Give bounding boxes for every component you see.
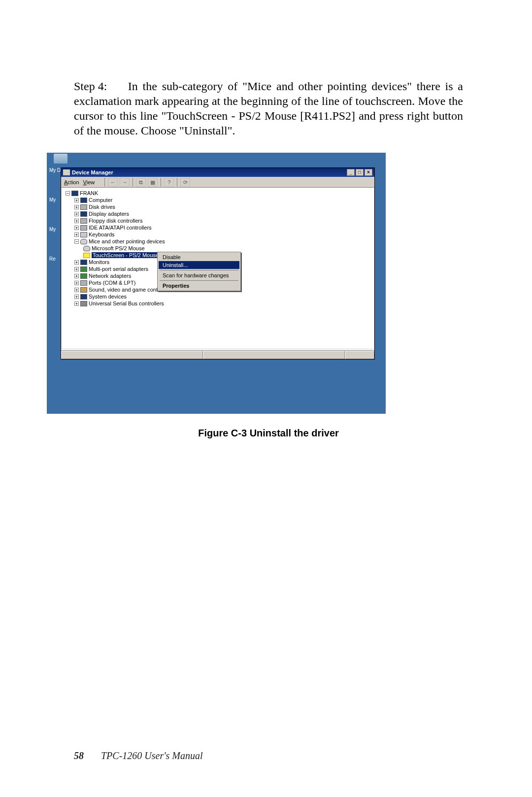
tree-label: Disk drives xyxy=(89,204,115,210)
expand-toggle[interactable]: + xyxy=(74,301,79,306)
serial-icon xyxy=(80,266,87,272)
step-paragraph: Step 4: In the sub-category of "Mice and… xyxy=(74,79,463,138)
context-separator xyxy=(160,280,238,281)
tree-child[interactable]: Microsoft PS/2 Mouse xyxy=(66,245,371,252)
screenshot: My D My My Re Device Manager _ □ × Actio… xyxy=(47,153,386,414)
tree-label: Floppy disk controllers xyxy=(89,218,142,224)
tree-node[interactable]: +Keyboards xyxy=(66,231,371,238)
footer-title: TPC-1260 User's Manual xyxy=(101,750,203,761)
close-button[interactable]: × xyxy=(365,169,372,176)
page-footer: 58 TPC-1260 User's Manual xyxy=(74,750,203,762)
tree-node[interactable]: +Universal Serial Bus controllers xyxy=(66,300,371,307)
device-manager-window: Device Manager _ □ × Action View ← → ⧉ ▦… xyxy=(61,167,375,360)
menu-view[interactable]: View xyxy=(83,179,95,185)
system-icon xyxy=(80,294,87,299)
figure-caption: Figure C-3 Uninstall the driver xyxy=(74,428,463,439)
titlebar[interactable]: Device Manager _ □ × xyxy=(61,168,374,177)
tree-label: Universal Serial Bus controllers xyxy=(89,300,164,306)
tree-label: Keyboards xyxy=(89,232,115,237)
tree-label: Ports (COM & LPT) xyxy=(89,280,135,286)
status-cell xyxy=(203,351,345,359)
context-item-scan[interactable]: Scan for hardware changes xyxy=(159,271,239,279)
grid-button[interactable]: ▦ xyxy=(148,178,158,187)
computer-icon xyxy=(71,191,78,196)
minimize-button[interactable]: _ xyxy=(347,169,355,176)
context-item-disable[interactable]: Disable xyxy=(159,253,239,261)
tree-label: Network adapters xyxy=(89,273,131,279)
status-cell xyxy=(61,351,203,359)
window-title: Device Manager xyxy=(72,169,113,175)
keyboard-icon xyxy=(80,232,87,237)
step-label: Step 4: xyxy=(74,79,123,94)
context-separator xyxy=(160,270,238,270)
display-icon xyxy=(80,211,87,217)
ports-icon xyxy=(80,280,87,286)
tree-node[interactable]: +Floppy disk controllers xyxy=(66,217,371,224)
computer-icon xyxy=(80,198,87,203)
context-item-uninstall[interactable]: Uninstall... xyxy=(159,261,239,269)
menubar: Action View ← → ⧉ ▦ ? ⟳ xyxy=(61,177,374,188)
menu-action[interactable]: Action xyxy=(64,179,79,185)
back-button[interactable]: ← xyxy=(108,178,118,187)
tree-node[interactable]: +Computer xyxy=(66,197,371,203)
tree-node[interactable]: +Disk drives xyxy=(66,203,371,210)
expand-toggle[interactable]: + xyxy=(74,281,79,285)
network-icon xyxy=(80,273,87,279)
tree-label: Monitors xyxy=(89,259,109,265)
expand-toggle[interactable]: + xyxy=(74,288,79,292)
tree-root-label: FRANK xyxy=(80,190,98,196)
tree-root[interactable]: − FRANK xyxy=(66,190,371,197)
tree-label: IDE ATA/ATAPI controllers xyxy=(89,225,152,231)
statusbar xyxy=(61,350,374,359)
desktop-system-icon xyxy=(54,154,67,164)
refresh-button[interactable]: ⟳ xyxy=(180,178,190,187)
collapse-toggle[interactable]: − xyxy=(74,239,79,244)
tree-node-mice[interactable]: −Mice and other pointing devices xyxy=(66,238,371,245)
tree-node[interactable]: +IDE ATA/ATAPI controllers xyxy=(66,224,371,231)
tree-label: Display adapters xyxy=(89,211,129,217)
tree-node[interactable]: +System devices xyxy=(66,293,371,300)
tree-node[interactable]: +Display adapters xyxy=(66,210,371,217)
expand-toggle[interactable]: + xyxy=(74,295,79,299)
floppy-icon xyxy=(80,218,87,224)
monitor-icon xyxy=(80,260,87,265)
maximize-button[interactable]: □ xyxy=(356,169,364,176)
tree-label: Mice and other pointing devices xyxy=(89,238,165,244)
status-cell xyxy=(345,351,374,359)
expand-toggle[interactable]: + xyxy=(74,212,79,216)
forward-button[interactable]: → xyxy=(120,178,130,187)
expand-toggle[interactable]: + xyxy=(74,274,79,278)
expand-toggle[interactable]: + xyxy=(74,219,79,223)
mouse-icon xyxy=(80,239,87,244)
usb-icon xyxy=(80,301,87,306)
toolbar: ← → ⧉ ▦ ? ⟳ xyxy=(103,178,190,187)
step-body: In the sub-category of "Mice and other p… xyxy=(74,80,463,137)
expand-toggle[interactable]: + xyxy=(74,267,79,271)
collapse-toggle[interactable]: − xyxy=(66,191,70,196)
help-button[interactable]: ? xyxy=(164,178,174,187)
window-icon xyxy=(63,169,70,175)
tree-label: Computer xyxy=(89,197,112,203)
tree-label: Sound, video and game contro xyxy=(89,287,163,293)
device-tree[interactable]: − FRANK +Computer +Disk drives +Display … xyxy=(61,188,374,349)
tree-label: Microsoft PS/2 Mouse xyxy=(92,245,145,251)
disk-icon xyxy=(80,204,87,210)
ide-icon xyxy=(80,225,87,231)
sound-icon xyxy=(80,287,87,293)
warning-icon xyxy=(83,253,90,258)
mouse-icon xyxy=(83,246,90,251)
expand-toggle[interactable]: + xyxy=(74,205,79,209)
expand-toggle[interactable]: + xyxy=(74,198,79,202)
expand-toggle[interactable]: + xyxy=(74,232,79,237)
tree-label: Multi-port serial adapters xyxy=(89,266,148,272)
expand-toggle[interactable]: + xyxy=(74,260,79,265)
context-item-properties[interactable]: Properties xyxy=(159,282,239,290)
prop-button[interactable]: ⧉ xyxy=(136,178,146,187)
context-menu: Disable Uninstall... Scan for hardware c… xyxy=(157,252,241,291)
page-number: 58 xyxy=(74,750,84,761)
expand-toggle[interactable]: + xyxy=(74,226,79,230)
tree-label: System devices xyxy=(89,294,127,299)
